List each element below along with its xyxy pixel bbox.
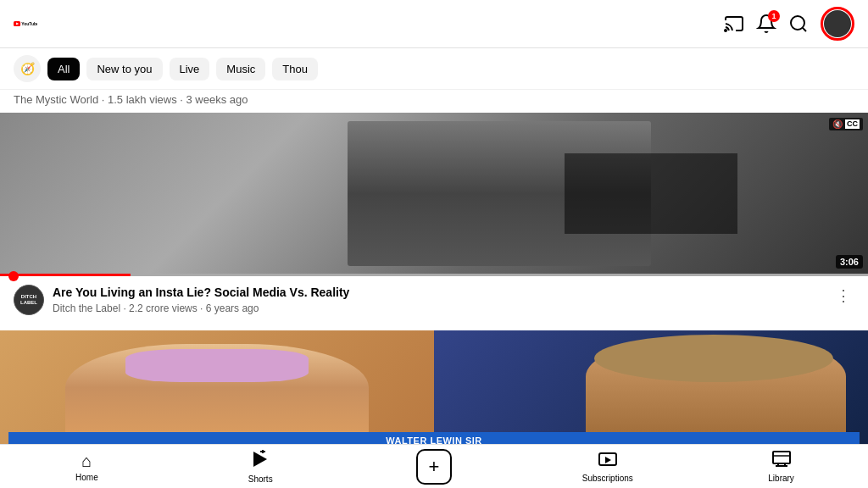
youtube-logo-icon: YouTube	[14, 15, 37, 32]
video-thumbnail-1[interactable]: 🔇 CC 3:06	[0, 113, 868, 276]
shorts-icon	[252, 450, 269, 473]
content-area: The Mystic World · 1.5 lakh views · 3 we…	[0, 90, 868, 444]
cast-icon[interactable]	[724, 14, 744, 34]
header: YouTube 1	[0, 0, 868, 48]
subscriptions-icon	[598, 451, 617, 472]
home-label: Home	[75, 473, 98, 482]
prev-video-meta: The Mystic World · 1.5 lakh views · 3 we…	[0, 90, 868, 113]
filter-chip-live[interactable]: Live	[170, 58, 210, 80]
cc-icon: CC	[845, 119, 860, 129]
explore-filter-btn[interactable]: 🧭	[14, 55, 41, 82]
nav-item-create[interactable]: +	[348, 449, 521, 485]
user-avatar[interactable]	[824, 10, 851, 37]
nav-item-shorts[interactable]: Shorts	[174, 450, 348, 484]
video-text-1: Are You Living an Insta Lie? Social Medi…	[53, 285, 824, 314]
shorts-label: Shorts	[248, 474, 273, 484]
video-card-1: 🔇 CC 3:06 DITCHLABEL Are You Living an I…	[0, 113, 868, 320]
create-btn[interactable]: +	[416, 449, 452, 485]
notifications-icon[interactable]: 1	[756, 14, 776, 34]
svg-point-3	[725, 30, 726, 31]
subscriptions-label: Subscriptions	[582, 474, 633, 483]
thumb-2-overlay-text: WALTER LEWIN SIR	[8, 432, 860, 444]
svg-point-4	[791, 16, 804, 30]
prev-video-channel-meta: The Mystic World · 1.5 lakh views · 3 we…	[14, 93, 248, 106]
notification-badge: 1	[768, 10, 780, 22]
search-icon[interactable]	[788, 14, 809, 34]
video-meta-1: Ditch the Label · 2.2 crore views · 6 ye…	[53, 302, 824, 314]
thumb-2-right	[434, 330, 868, 444]
svg-line-5	[803, 28, 806, 31]
nav-item-subscriptions[interactable]: Subscriptions	[520, 451, 694, 483]
library-label: Library	[768, 474, 794, 483]
filter-chip-new-to-you[interactable]: New to you	[86, 58, 162, 80]
cc-mute-badge: 🔇 CC	[829, 118, 863, 130]
progress-bar-1	[0, 274, 131, 276]
filter-chip-thou[interactable]: Thou	[272, 58, 318, 80]
channel-avatar-1[interactable]: DITCHLABEL	[14, 285, 44, 315]
video-1-duration: 3:06	[836, 255, 863, 269]
svg-rect-11	[773, 452, 790, 463]
svg-marker-6	[253, 452, 267, 467]
nav-item-home[interactable]: ⌂ Home	[0, 452, 174, 482]
video-title-1[interactable]: Are You Living an Insta Lie? Social Medi…	[53, 285, 824, 300]
home-icon: ⌂	[81, 452, 92, 471]
progress-bar-container-1	[0, 274, 868, 276]
more-options-btn-1[interactable]: ⋮	[832, 285, 854, 307]
bottom-nav: ⌂ Home Shorts + Subscriptions	[0, 444, 868, 488]
youtube-logo[interactable]: YouTube	[14, 15, 37, 32]
library-icon	[772, 451, 791, 472]
nav-item-library[interactable]: Library	[694, 451, 868, 483]
progress-dot-1	[8, 271, 19, 281]
video-card-2: WALTER LEWIN SIR 1:11:25 CW For The Love…	[0, 330, 868, 444]
filter-chip-music[interactable]: Music	[216, 58, 265, 80]
svg-marker-10	[605, 457, 611, 463]
svg-text:YouTube: YouTube	[21, 22, 37, 26]
filter-chip-all[interactable]: All	[47, 58, 80, 80]
mute-icon: 🔇	[832, 119, 843, 129]
video-info-1: DITCHLABEL Are You Living an Insta Lie? …	[0, 276, 868, 320]
thumb-2-left	[0, 330, 434, 444]
avatar-highlight	[821, 7, 854, 41]
video-thumbnail-2[interactable]: WALTER LEWIN SIR 1:11:25	[0, 330, 868, 444]
filter-tabs: 🧭 All New to you Live Music Thou	[0, 48, 868, 90]
header-icons: 1	[724, 7, 854, 41]
